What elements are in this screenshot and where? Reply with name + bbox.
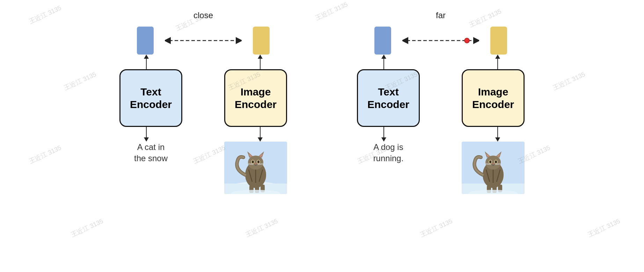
svg-point-27 — [464, 38, 469, 43]
svg-point-34 — [485, 156, 501, 170]
text-encoder-left: TextEncoder — [119, 69, 182, 127]
text-down-arrow-left — [144, 137, 149, 142]
text-input-left: A cat inthe snow — [119, 142, 182, 164]
text-up-arrow-right — [381, 55, 386, 59]
text-up-arrow-left — [144, 55, 149, 59]
image-down-arrow-left — [258, 137, 263, 142]
svg-point-15 — [252, 160, 254, 163]
image-embedding-right — [490, 27, 507, 55]
far-label: far — [436, 10, 446, 20]
svg-point-41 — [489, 160, 491, 163]
text-down-arrow-right — [381, 137, 386, 142]
image-embedding-left — [253, 27, 270, 55]
far-arrow — [402, 37, 479, 44]
image-input-right — [462, 142, 525, 194]
text-embedding-right — [374, 27, 391, 55]
image-up-arrow-right — [495, 55, 500, 59]
text-input-right: A dog isrunning. — [357, 142, 420, 164]
text-encoder-right: TextEncoder — [357, 69, 420, 127]
svg-point-8 — [248, 156, 263, 170]
close-arrow — [165, 37, 242, 44]
image-input-left — [224, 142, 287, 194]
left-diagram: close — [119, 10, 287, 194]
svg-point-42 — [495, 160, 497, 163]
image-down-arrow-right — [495, 137, 500, 142]
input-text-left: A cat inthe snow — [134, 142, 168, 164]
input-text-right: A dog isrunning. — [373, 142, 404, 164]
text-embedding-left — [137, 27, 154, 55]
right-diagram: far — [357, 10, 525, 194]
cat-snow-image-right — [462, 142, 525, 194]
image-encoder-left: ImageEncoder — [224, 69, 287, 127]
svg-point-16 — [257, 160, 259, 163]
image-up-arrow-left — [258, 55, 263, 59]
cat-snow-image-left — [224, 142, 287, 194]
image-encoder-right: ImageEncoder — [462, 69, 525, 127]
close-label: close — [193, 10, 213, 20]
